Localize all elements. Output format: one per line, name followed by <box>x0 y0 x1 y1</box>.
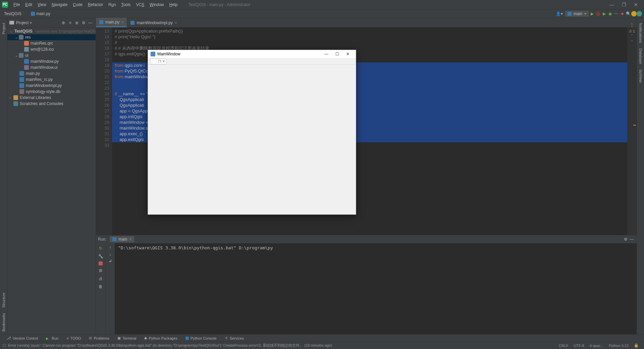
breadcrumb-file[interactable]: main.py <box>29 11 52 17</box>
nav-down-icon[interactable]: ⌄ <box>627 38 637 42</box>
status-encoding[interactable]: UTF-8 <box>571 344 587 348</box>
qrc-icon <box>24 41 29 46</box>
run-hide-button[interactable]: — <box>629 236 635 242</box>
terminal-tool-button[interactable]: ▣Terminal <box>114 336 140 340</box>
close-icon[interactable]: × <box>121 20 123 24</box>
close-icon[interactable]: ✕ <box>162 60 165 63</box>
soft-wrap-button[interactable]: ↲ <box>109 259 112 263</box>
float-icon[interactable]: ❐ <box>158 60 161 63</box>
status-interpreter[interactable]: Python 3.12 <box>606 344 631 348</box>
editor-gutter[interactable]: 131415161718192021222324▶252627282930313… <box>96 28 112 235</box>
stop-button[interactable]: ■ <box>619 11 625 17</box>
popup-body[interactable] <box>148 65 356 214</box>
run-settings-button[interactable]: ⚙ <box>623 236 629 242</box>
close-icon[interactable]: × <box>129 237 131 242</box>
stop-process-button[interactable] <box>99 261 103 265</box>
popup-window[interactable]: MainWindow — ☐ ✕ ❐✕ <box>148 50 356 215</box>
menu-run[interactable]: Run <box>106 1 118 8</box>
structure-tool-button[interactable]: Structure <box>1 290 6 310</box>
warning-badge[interactable]: ⚠1 <box>627 29 637 33</box>
status-error[interactable]: Error running 'pyuic': Cannot run progra… <box>8 343 332 348</box>
python-icon <box>99 20 103 24</box>
tree-file[interactable]: mainRes_rc.py <box>7 77 96 83</box>
tree-file[interactable]: mainWindow.py <box>7 58 96 64</box>
settings-button[interactable]: ⚙ <box>80 20 87 26</box>
modify-run-button[interactable]: 🔧 <box>98 253 104 259</box>
menu-edit[interactable]: Edit <box>22 1 35 8</box>
layout-button[interactable]: ⊞ <box>98 267 104 273</box>
down-button[interactable]: ↓ <box>109 252 111 257</box>
sciview-tool-button[interactable]: SciView <box>638 67 643 85</box>
breadcrumb-project[interactable]: TestQGIS〉 <box>2 10 29 17</box>
popup-close-button[interactable]: ✕ <box>342 50 353 58</box>
status-line-ending[interactable]: CRLF <box>556 344 571 348</box>
menu-view[interactable]: View <box>35 1 49 8</box>
popup-title-bar[interactable]: MainWindow — ☐ ✕ <box>148 50 356 58</box>
close-icon[interactable]: × <box>175 21 177 25</box>
run-output[interactable]: "D:\software\QGIS 3.38.0\bin\python-qgis… <box>115 243 637 334</box>
expand-all-button[interactable]: ≡ <box>67 20 73 26</box>
menu-code[interactable]: Code <box>70 1 85 8</box>
tree-file[interactable]: mainWindowImpl.py <box>7 83 96 89</box>
tab-main-py[interactable]: main.py× <box>96 18 127 27</box>
version-control-button[interactable]: ⎇Version Control <box>3 336 41 340</box>
tree-file[interactable]: mainWindow.ui <box>7 64 96 70</box>
rerun-button[interactable]: ↻ <box>98 245 104 251</box>
tree-file[interactable]: mainRes.qrc <box>7 40 96 46</box>
run-tool-button[interactable]: Run <box>43 336 62 340</box>
menu-help[interactable]: Help <box>167 1 180 8</box>
nav-up-icon[interactable]: ⌃ <box>627 34 637 38</box>
problems-tool-button[interactable]: ⊘Problems <box>86 336 112 340</box>
locate-file-button[interactable]: ⊕ <box>60 20 66 26</box>
bookmarks-tool-button[interactable]: Bookmarks <box>1 310 6 334</box>
tree-scratches[interactable]: Scratches and Consoles <box>7 101 96 107</box>
profile-button[interactable]: ◉ <box>607 11 613 17</box>
python-console-button[interactable]: Python Console <box>182 336 220 340</box>
run-config-selector[interactable]: main ▾ <box>565 11 589 17</box>
warning-marker[interactable] <box>633 125 636 126</box>
print-button[interactable]: 🖨 <box>98 276 104 282</box>
avatar-icon[interactable] <box>631 11 637 16</box>
popup-maximize-button[interactable]: ☐ <box>332 50 342 58</box>
project-tool-button[interactable]: Project <box>1 20 6 37</box>
tree-external-libraries[interactable]: ›External Libraries <box>7 95 96 101</box>
delete-button[interactable]: 🗑 <box>98 284 104 290</box>
database-tool-button[interactable]: Database <box>638 46 643 67</box>
tree-file[interactable]: wm@128.ico <box>7 46 96 52</box>
user-menu[interactable]: 👤▾ <box>554 11 565 16</box>
popup-dock-widget[interactable]: ❐✕ <box>150 58 167 64</box>
coverage-button[interactable]: ▶ <box>601 11 607 17</box>
run-button[interactable]: ▶ <box>589 11 595 17</box>
maximize-button[interactable]: ❐ <box>618 0 630 9</box>
debug-button[interactable]: 🐞 <box>595 11 601 17</box>
minimize-button[interactable]: — <box>606 0 618 9</box>
code-with-me-icon[interactable] <box>637 11 642 16</box>
tabs-more-button[interactable]: ⋮ <box>627 22 637 27</box>
more-run-button[interactable]: ⋯ <box>613 11 619 17</box>
menu-window[interactable]: Window <box>147 1 167 8</box>
tree-folder-ui[interactable]: ⌄ui <box>7 52 96 58</box>
up-button[interactable]: ↑ <box>109 245 111 250</box>
menu-vcs[interactable]: VCS <box>133 1 147 8</box>
status-lock-icon[interactable]: 🔒 <box>631 343 641 348</box>
notifications-tool-button[interactable]: Notifications <box>638 20 643 46</box>
run-tab[interactable]: main× <box>110 236 134 242</box>
tree-folder-res[interactable]: ⌄res <box>7 34 96 40</box>
close-button[interactable]: ✕ <box>630 0 642 9</box>
menu-refactor[interactable]: Refactor <box>85 1 106 8</box>
menu-file[interactable]: File <box>11 1 22 8</box>
popup-minimize-button[interactable]: — <box>321 50 332 58</box>
python-packages-button[interactable]: ◆Python Packages <box>141 336 181 340</box>
tree-file[interactable]: symbology-style.db <box>7 89 96 95</box>
tab-mainwindowimpl-py[interactable]: mainWindowImpl.py× <box>127 18 180 27</box>
menu-navigate[interactable]: Navigate <box>49 1 70 8</box>
hide-button[interactable]: — <box>87 20 93 26</box>
menu-tools[interactable]: Tools <box>118 1 133 8</box>
services-tool-button[interactable]: ⚛Services <box>221 336 247 340</box>
search-everywhere-button[interactable]: 🔍 <box>625 11 631 17</box>
tree-file[interactable]: main.py <box>7 70 96 77</box>
collapse-all-button[interactable]: ≣ <box>74 20 80 26</box>
todo-tool-button[interactable]: ≡TODO <box>63 336 84 340</box>
tree-root[interactable]: ⌄TestQGIS~sources root, D:\program\py\Te… <box>7 28 96 34</box>
status-indent[interactable]: 4 spac... <box>587 344 606 348</box>
